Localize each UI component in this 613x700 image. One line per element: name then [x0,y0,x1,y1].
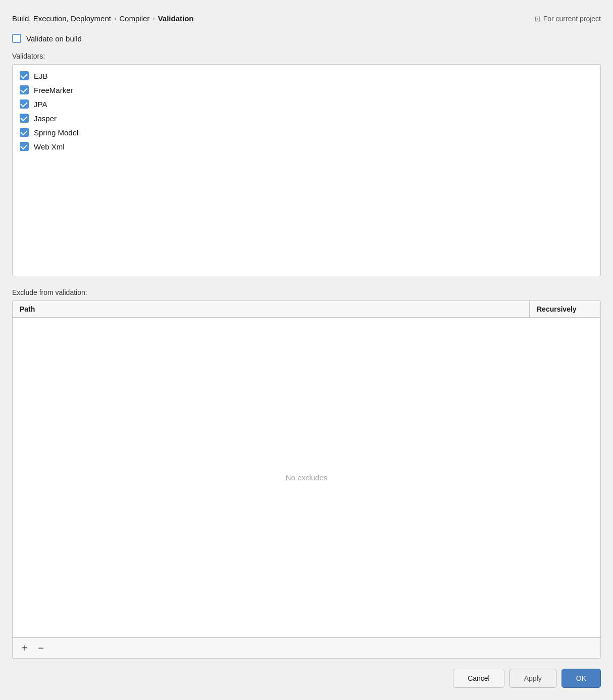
web-xml-label: Web Xml [34,142,65,151]
project-icon: ⊡ [535,15,541,23]
exclude-table: Path Recursively No excludes + − [12,301,601,659]
jpa-label: JPA [34,100,47,109]
jpa-checkbox[interactable] [20,99,29,109]
exclude-label: Exclude from validation: [12,288,601,296]
breadcrumb: Build, Execution, Deployment › Compiler … [12,14,194,23]
for-current-project: ⊡ For current project [535,15,601,23]
apply-button[interactable]: Apply [509,669,556,688]
validate-on-build-label: Validate on build [26,34,82,43]
jasper-checkbox[interactable] [20,114,29,123]
add-exclude-button[interactable]: + [19,642,31,654]
spring-model-label: Spring Model [34,128,78,137]
ejb-checkbox[interactable] [20,71,29,80]
exclude-section: Exclude from validation: Path Recursivel… [12,288,601,659]
freemarker-checkbox[interactable] [20,85,29,94]
no-excludes-message: No excludes [286,473,328,482]
bottom-buttons: Cancel Apply OK [12,669,601,688]
breadcrumb-part3: Validation [158,14,194,23]
breadcrumb-chevron2: › [152,15,155,22]
table-footer: + − [13,637,600,658]
list-item[interactable]: Web Xml [13,139,600,154]
breadcrumb-row: Build, Execution, Deployment › Compiler … [12,14,601,23]
column-path-header: Path [13,301,530,317]
validators-box: EJB FreeMarker JPA Jasper Spring Model W… [12,64,601,276]
freemarker-label: FreeMarker [34,86,73,94]
list-item[interactable]: FreeMarker [13,83,600,97]
column-recursively-header: Recursively [530,301,600,317]
list-item[interactable]: Jasper [13,111,600,125]
remove-exclude-button[interactable]: − [35,642,47,654]
jasper-label: Jasper [34,114,57,123]
list-item[interactable]: JPA [13,97,600,111]
spring-model-checkbox[interactable] [20,128,29,137]
web-xml-checkbox[interactable] [20,142,29,151]
breadcrumb-chevron1: › [114,15,116,22]
list-item[interactable]: Spring Model [13,125,600,139]
cancel-button[interactable]: Cancel [453,669,504,688]
breadcrumb-part1: Build, Execution, Deployment [12,14,111,23]
validate-on-build-checkbox[interactable] [12,34,21,43]
table-header: Path Recursively [13,301,600,318]
ejb-label: EJB [34,72,48,80]
for-project-label: For current project [543,15,601,23]
validators-label: Validators: [12,52,601,60]
validate-on-build-row[interactable]: Validate on build [12,34,601,43]
breadcrumb-part2: Compiler [119,14,149,23]
table-body: No excludes [13,318,600,637]
list-item[interactable]: EJB [13,69,600,83]
ok-button[interactable]: OK [561,669,601,688]
